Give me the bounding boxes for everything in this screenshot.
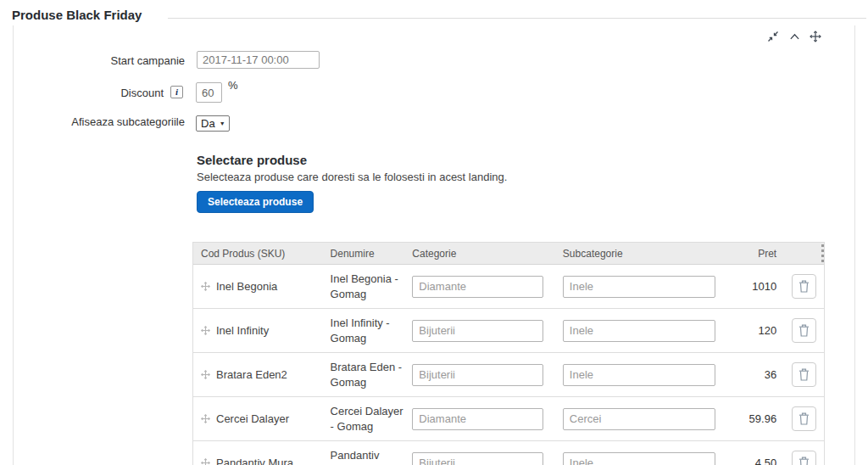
drag-handle-icon[interactable] xyxy=(201,282,210,291)
drag-handle-icon[interactable] xyxy=(201,370,210,379)
start-campanie-input[interactable] xyxy=(197,51,320,69)
table-row: Bratara Eden2 Bratara Eden - Gomag 36 xyxy=(193,353,824,397)
product-name: Inel Begonia - Gomag xyxy=(331,272,405,301)
subcategorie-input[interactable] xyxy=(563,364,715,386)
afiseaza-subcategoriile-label: Afiseaza subcategoriile xyxy=(0,115,185,128)
table-body: Inel Begonia Inel Begonia - Gomag 1010 xyxy=(193,265,824,465)
start-campanie-label: Start campanie xyxy=(0,54,185,67)
subcategorie-input[interactable] xyxy=(563,276,715,298)
title-divider xyxy=(168,18,866,19)
product-sku: Cercei Dalayer xyxy=(216,412,289,425)
chevron-up-icon[interactable] xyxy=(788,31,800,42)
drag-handle-icon[interactable] xyxy=(201,326,210,335)
categorie-input[interactable] xyxy=(412,364,543,386)
table-row: Inel Begonia Inel Begonia - Gomag 1010 xyxy=(193,265,824,309)
delete-product-button[interactable] xyxy=(792,451,816,465)
discount-label: Discount xyxy=(0,87,164,99)
delete-product-button[interactable] xyxy=(792,406,816,431)
product-name: Inel Infinity - Gomag xyxy=(331,316,405,345)
product-price: 36 xyxy=(765,368,776,381)
table-header: Cod Produs (SKU) Denumire Categorie Subc… xyxy=(193,243,824,265)
chevron-down-icon: ▼ xyxy=(220,120,225,126)
drag-handle-icon[interactable] xyxy=(201,414,210,423)
section-description: Selecteaza produse care doresti sa le fo… xyxy=(197,171,507,183)
table-row: Inel Infinity Inel Infinity - Gomag 120 xyxy=(193,309,824,353)
product-name: Pandantiv Mura - Gomag xyxy=(331,448,405,465)
section-heading: Selectare produse xyxy=(197,153,307,167)
col-header-subcategorie: Subcategorie xyxy=(555,248,720,260)
product-name: Bratara Eden - Gomag xyxy=(331,360,405,389)
trash-icon xyxy=(798,324,810,337)
selecteaza-produse-button[interactable]: Selecteaza produse xyxy=(197,191,314,213)
products-table: Cod Produs (SKU) Denumire Categorie Subc… xyxy=(192,242,825,465)
col-header-denumire: Denumire xyxy=(323,248,405,260)
subcategorie-input[interactable] xyxy=(563,408,715,430)
trash-icon xyxy=(798,412,810,425)
product-sku: Pandantiv Mura xyxy=(216,457,293,465)
categorie-input[interactable] xyxy=(412,320,543,342)
product-sku: Bratara Eden2 xyxy=(216,368,287,381)
select-value: Da xyxy=(201,117,215,130)
trash-icon xyxy=(798,280,810,293)
col-header-sku: Cod Produs (SKU) xyxy=(193,248,323,260)
categorie-input[interactable] xyxy=(412,452,543,465)
product-sku: Inel Begonia xyxy=(216,280,277,293)
subcategorie-input[interactable] xyxy=(563,452,715,465)
categorie-input[interactable] xyxy=(412,408,543,430)
delete-product-button[interactable] xyxy=(792,318,816,343)
categorie-input[interactable] xyxy=(412,276,543,298)
product-name: Cercei Dalayer - Gomag xyxy=(331,404,405,434)
product-price: 4.50 xyxy=(755,457,776,465)
subcategorie-input[interactable] xyxy=(563,320,715,342)
panel-border xyxy=(854,25,855,465)
col-header-categorie: Categorie xyxy=(404,248,555,260)
page-title: Produse Black Friday xyxy=(12,8,142,22)
move-icon[interactable] xyxy=(810,31,821,42)
trash-icon xyxy=(798,457,810,465)
product-price: 1010 xyxy=(752,280,776,293)
table-row: Pandantiv Mura Pandantiv Mura - Gomag 4.… xyxy=(193,441,824,465)
compress-icon[interactable] xyxy=(767,31,779,42)
afiseaza-subcategoriile-select[interactable]: Da ▼ xyxy=(196,115,230,132)
info-icon[interactable]: i xyxy=(170,86,183,98)
product-sku: Inel Infinity xyxy=(216,324,269,337)
product-price: 59.96 xyxy=(749,412,777,425)
col-header-pret: Pret xyxy=(720,248,784,260)
delete-product-button[interactable] xyxy=(792,274,816,299)
product-price: 120 xyxy=(758,324,776,337)
delete-product-button[interactable] xyxy=(792,362,816,387)
discount-percent-suffix: % xyxy=(228,79,238,92)
panel-controls xyxy=(767,31,821,42)
table-row: Cercei Dalayer Cercei Dalayer - Gomag 59… xyxy=(193,397,824,441)
discount-input[interactable] xyxy=(196,82,222,103)
trash-icon xyxy=(798,368,810,381)
drag-handle-icon[interactable] xyxy=(201,458,210,465)
